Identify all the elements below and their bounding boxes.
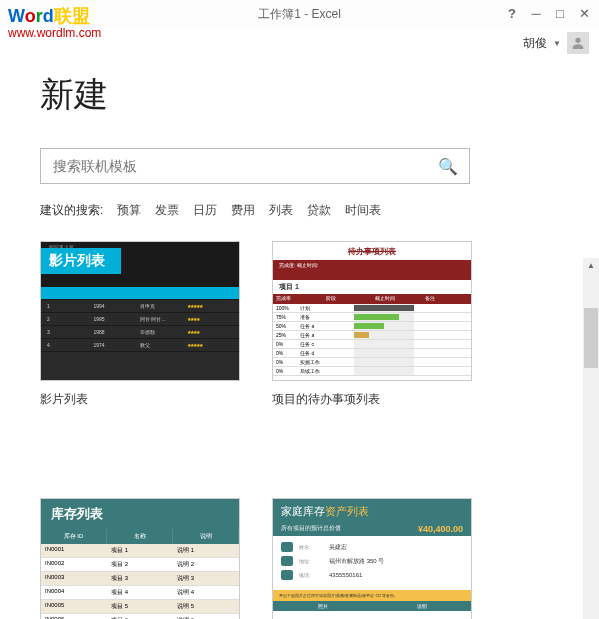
titlebar: 工作簿1 - Excel ? ─ □ ✕ <box>0 0 599 28</box>
template-inventory-list[interactable]: 库存列表 库存 ID名称说明 IN0001项目 1说明 1IN0002项目 2说… <box>40 498 240 619</box>
minimize-button[interactable]: ─ <box>525 4 547 22</box>
search-box: 🔍 <box>40 148 470 184</box>
close-button[interactable]: ✕ <box>573 4 595 22</box>
template-label: 影片列表 <box>40 391 240 408</box>
search-input[interactable] <box>41 149 427 183</box>
scroll-up-icon[interactable]: ▲ <box>584 258 598 272</box>
template-thumbnail: 库存列表 库存 ID名称说明 IN0001项目 1说明 1IN0002项目 2说… <box>40 498 240 619</box>
user-dropdown-icon[interactable]: ▼ <box>553 39 561 48</box>
template-thumbnail: 影院风之家 影片列表 11994肖申克★★★★★ 21995阿甘·阿甘...★★… <box>40 241 240 381</box>
suggest-item[interactable]: 列表 <box>269 202 293 219</box>
watermark-url: www.wordlm.com <box>8 26 101 40</box>
suggest-item[interactable]: 预算 <box>117 202 141 219</box>
user-name[interactable]: 胡俊 <box>523 35 547 52</box>
template-thumbnail: 家庭库存资产列表 所有项目的预计总价值¥40,400.00 姓名:吴建宏地址:福… <box>272 498 472 619</box>
restore-button[interactable]: □ <box>549 4 571 22</box>
search-button[interactable]: 🔍 <box>427 149 469 183</box>
avatar[interactable] <box>567 32 589 54</box>
help-button[interactable]: ? <box>501 4 523 22</box>
template-home-inventory[interactable]: 家庭库存资产列表 所有项目的预计总价值¥40,400.00 姓名:吴建宏地址:福… <box>272 498 472 619</box>
svg-point-0 <box>575 38 580 43</box>
scrollbar[interactable]: ▲ ▼ <box>583 258 599 619</box>
template-movie-list[interactable]: 影院风之家 影片列表 11994肖申克★★★★★ 21995阿甘·阿甘...★★… <box>40 241 240 408</box>
suggest-label: 建议的搜索: <box>40 202 103 219</box>
suggest-item[interactable]: 发票 <box>155 202 179 219</box>
suggest-item[interactable]: 费用 <box>231 202 255 219</box>
watermark-logo: Word联盟 <box>8 4 90 28</box>
suggested-searches: 建议的搜索: 预算 发票 日历 费用 列表 贷款 时间表 <box>40 202 559 219</box>
suggest-item[interactable]: 日历 <box>193 202 217 219</box>
suggest-item[interactable]: 贷款 <box>307 202 331 219</box>
scrollbar-thumb[interactable] <box>584 308 598 368</box>
template-thumbnail: 待办事项列表 完成度: 截止时间: 项目 1 完成率阶段截止时间备注 100%计… <box>272 241 472 381</box>
suggest-item[interactable]: 时间表 <box>345 202 381 219</box>
page-title: 新建 <box>40 72 559 118</box>
template-todo-list[interactable]: 待办事项列表 完成度: 截止时间: 项目 1 完成率阶段截止时间备注 100%计… <box>272 241 472 408</box>
window-title: 工作簿1 - Excel <box>258 6 341 23</box>
template-label: 项目的待办事项列表 <box>272 391 472 408</box>
person-icon <box>570 35 586 51</box>
search-icon: 🔍 <box>438 157 458 176</box>
